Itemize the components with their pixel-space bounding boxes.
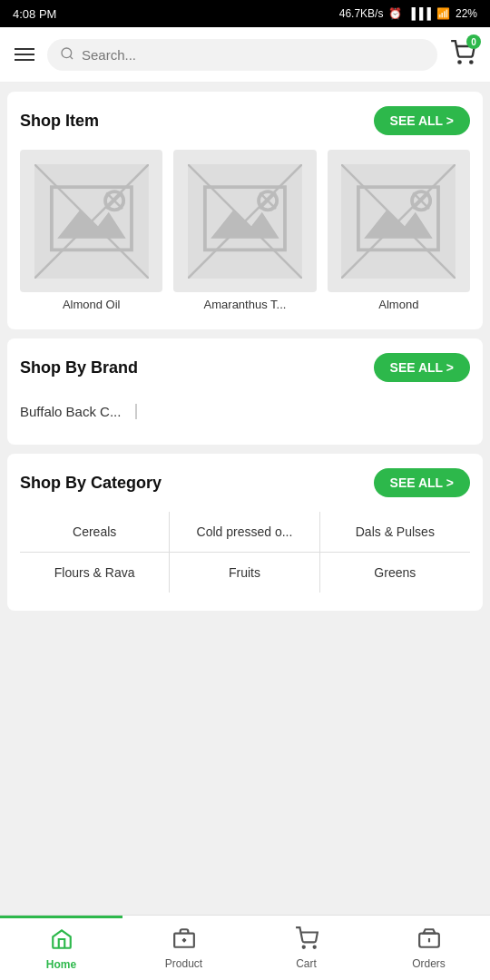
status-wifi: 📶	[436, 7, 450, 20]
item-card-2[interactable]: Almond	[328, 150, 470, 311]
svg-point-32	[313, 946, 315, 947]
status-bar: 4:08 PM 46.7KB/s ⏰ ▐▐▐ 📶 22%	[0, 0, 490, 27]
shop-item-section: Shop Item SEE ALL > Almond Oil	[7, 92, 483, 329]
nav-home-label: Home	[46, 958, 76, 971]
shop-by-brand-title: Shop By Brand	[20, 358, 138, 377]
category-cell-5[interactable]: Greens	[320, 553, 470, 593]
status-right: 46.7KB/s ⏰ ▐▐▐ 📶 22%	[339, 7, 477, 20]
shop-by-brand-section: Shop By Brand SEE ALL > Buffalo Back C..…	[7, 338, 483, 445]
product-icon	[172, 926, 196, 954]
item-label-2: Almond	[378, 298, 418, 311]
nav-cart-label: Cart	[296, 957, 317, 970]
shop-item-title: Shop Item	[20, 112, 99, 131]
home-icon	[50, 927, 74, 955]
nav-orders[interactable]: Orders	[368, 916, 490, 980]
cart-badge: 0	[466, 34, 481, 49]
status-battery: 22%	[456, 7, 477, 20]
cart-button[interactable]: 0	[446, 36, 479, 73]
nav-home[interactable]: Home	[0, 916, 122, 980]
category-cell-4[interactable]: Fruits	[170, 553, 319, 593]
hamburger-menu[interactable]	[11, 44, 38, 64]
shop-by-category-section: Shop By Category SEE ALL > Cereals Cold …	[7, 454, 483, 611]
shop-by-category-title: Shop By Category	[20, 474, 162, 493]
item-card-0[interactable]: Almond Oil	[20, 150, 162, 311]
shop-by-category-header: Shop By Category SEE ALL >	[20, 468, 470, 497]
category-cell-0[interactable]: Cereals	[20, 512, 170, 553]
shop-by-category-see-all[interactable]: SEE ALL >	[374, 468, 470, 497]
brand-row: Buffalo Back C...	[20, 397, 470, 426]
item-image-1	[173, 150, 316, 292]
nav-product[interactable]: Product	[122, 916, 245, 980]
shop-by-brand-see-all[interactable]: SEE ALL >	[374, 353, 470, 382]
bottom-nav: Home Product Cart	[0, 915, 490, 980]
svg-point-31	[302, 946, 304, 947]
svg-point-2	[458, 61, 460, 63]
category-cell-3[interactable]: Flours & Rava	[20, 553, 170, 593]
item-card-1[interactable]: Amaranthus T...	[173, 150, 316, 311]
shop-item-header: Shop Item SEE ALL >	[20, 106, 470, 135]
search-icon	[60, 46, 74, 64]
nav-cart[interactable]: Cart	[245, 916, 368, 980]
orders-icon	[417, 926, 441, 954]
item-image-0	[20, 150, 162, 292]
search-bar	[47, 39, 437, 71]
shop-items-row: Almond Oil Amaranthus T...	[20, 150, 470, 311]
category-cell-2[interactable]: Dals & Pulses	[320, 512, 470, 553]
svg-line-1	[70, 56, 73, 59]
svg-point-3	[470, 61, 472, 63]
status-time: 4:08 PM	[13, 7, 56, 21]
shop-by-brand-header: Shop By Brand SEE ALL >	[20, 353, 470, 382]
svg-point-0	[62, 48, 72, 58]
header: 0	[0, 27, 490, 83]
search-input[interactable]	[82, 47, 425, 63]
item-image-2	[328, 150, 470, 292]
cart-icon	[295, 926, 318, 954]
status-signal: ▐▐▐	[407, 7, 431, 20]
shop-item-see-all[interactable]: SEE ALL >	[374, 106, 470, 135]
item-label-0: Almond Oil	[63, 298, 121, 311]
category-grid: Cereals Cold pressed o... Dals & Pulses …	[20, 512, 470, 593]
category-cell-1[interactable]: Cold pressed o...	[170, 512, 319, 553]
nav-orders-label: Orders	[412, 957, 446, 970]
brand-item-0[interactable]: Buffalo Back C...	[20, 404, 137, 419]
status-clock-icon: ⏰	[388, 7, 402, 20]
nav-product-label: Product	[165, 957, 202, 970]
item-label-1: Amaranthus T...	[204, 298, 287, 311]
status-network: 46.7KB/s	[339, 7, 384, 20]
